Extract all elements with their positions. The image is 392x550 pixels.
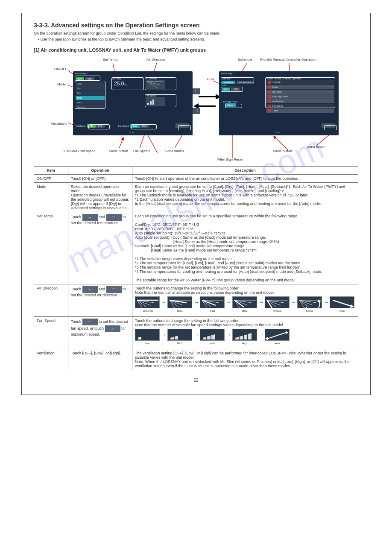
label-onoff: ON/OFF <box>54 67 67 71</box>
svg-marker-69 <box>211 334 215 339</box>
arrow-right-icon: → <box>324 299 329 305</box>
airdir-mid1-icon: Mid1 <box>167 296 192 308</box>
lossnay-fanspeed-label: Fan Speed <box>118 125 129 127</box>
basic-settings-panel: Admin Dept.1 ON OFF Cool Dry Fan Heat Au… <box>73 71 193 135</box>
svg-line-27 <box>137 300 151 305</box>
svg-marker-67 <box>203 337 206 339</box>
section-note: • Use the operation switches at the top … <box>38 37 358 41</box>
airdir-swing-icon: Swing <box>297 296 322 308</box>
svg-marker-76 <box>265 337 268 340</box>
table-row: Fan Speed Touch ﹀ to set the desired fan… <box>34 317 358 349</box>
chevron-down-icon: ﹀ <box>281 131 283 134</box>
svg-line-57 <box>299 300 313 305</box>
down-chevron-icon[interactable]: ﹀ <box>106 214 122 221</box>
svg-line-5 <box>119 138 123 148</box>
label-prohibit: Prohibit Remote Controller Operation <box>260 58 316 61</box>
svg-marker-68 <box>207 336 211 339</box>
panel-title-r: Admin Dept.1 <box>219 71 339 76</box>
prohibit-timer[interactable]: Timer <box>266 108 334 113</box>
section-title: 3-3-3. Advanced settings on the Operatio… <box>34 22 358 29</box>
nav-right-icon[interactable]: 〉 <box>193 88 200 94</box>
label-settemp: Set Temp. <box>103 58 118 61</box>
page-number: 62 <box>34 378 358 383</box>
airdir-vertical-icon: Vertical <box>265 296 290 308</box>
label-lossnayfanspeed: LOSSNAY fan speed <box>64 149 95 153</box>
svg-marker-75 <box>286 331 288 334</box>
label-vent: Ventilation <box>51 122 67 126</box>
fanspeed-high-icon: High <box>232 329 257 341</box>
svg-line-61 <box>333 300 351 306</box>
svg-marker-66 <box>175 336 178 339</box>
svg-marker-72 <box>244 334 247 339</box>
label-send-r: Send button <box>307 145 325 149</box>
svg-marker-73 <box>248 333 252 339</box>
close-button-r[interactable]: Close ﹀ <box>275 131 283 134</box>
airdir-mid2-icon: Mid2 <box>200 296 225 308</box>
svg-marker-70 <box>235 337 239 339</box>
svg-line-56 <box>299 300 316 303</box>
airdir-horizontal-icon: Horizontal <box>135 296 160 308</box>
svg-line-74 <box>268 333 286 339</box>
svg-marker-64 <box>138 337 141 339</box>
up-chevron-icon[interactable]: ︿ <box>82 214 98 221</box>
airdir-auto-icon: Auto <box>330 296 354 308</box>
screenshot-area: ON/OFF Mode Set Temp. Air Direction LOSS… <box>34 54 358 161</box>
advanced-settings-panel: Admin Dept.1 Schedule Available Not Avai… <box>219 71 339 135</box>
svg-line-13 <box>274 136 288 150</box>
svg-line-36 <box>170 300 187 303</box>
arrow-right-icon: → <box>194 332 199 338</box>
arrow-right-icon: → <box>291 299 296 305</box>
fanspeed-mid2-icon: Mid2 <box>167 329 192 341</box>
svg-marker-60 <box>317 299 321 302</box>
settings-table: Item Operation Description ON/OFF Touch … <box>34 166 358 370</box>
arrow-right-icon: → <box>226 332 231 338</box>
label-fanspeed: Fan Speed <box>133 149 149 153</box>
fan-speed-sequence: Low → Mid2 → Mid1 → High → Auto <box>135 329 290 341</box>
label-close-r: Close button <box>273 149 292 153</box>
arrow-right-icon: → <box>259 299 264 305</box>
label-close: Close button <box>109 149 128 153</box>
svg-marker-71 <box>240 336 243 339</box>
label-hold: Hold <box>207 77 214 81</box>
svg-rect-17 <box>199 105 216 107</box>
down-chevron-icon[interactable]: ﹀ <box>82 319 98 325</box>
arrow-right-icon: → <box>161 332 167 338</box>
svg-line-50 <box>267 300 284 303</box>
label-filterreset: Filter Sign Reset <box>217 158 243 161</box>
label-mode: Mode <box>57 82 66 86</box>
label-send: Send button <box>165 149 184 153</box>
nav-left-icon[interactable]: 〈 <box>193 108 200 114</box>
ventilation-label: Ventilation <box>76 125 85 127</box>
nav-left-small-icon[interactable]: 〈 <box>222 103 224 107</box>
airdir-mid3-icon: Mid3 <box>232 296 257 308</box>
arrow-right-icon: → <box>161 299 167 305</box>
fanspeed-mid1-icon: Mid1 <box>200 329 225 341</box>
close-button[interactable]: Close ﹀ <box>129 131 137 134</box>
table-row: Ventilation Touch [OFF], [Low], or [High… <box>34 349 358 370</box>
arrow-right-icon: → <box>194 299 199 305</box>
arrow-right-icon: → <box>226 299 231 305</box>
svg-marker-65 <box>170 337 174 339</box>
svg-line-42 <box>202 300 216 305</box>
up-chevron-icon[interactable]: ︿ <box>82 286 98 293</box>
table-row: Set Temp. Touch ︿ and ﹀ to set the desir… <box>34 212 358 284</box>
label-airdir: Air Direction <box>146 58 165 61</box>
table-row: Mode Select the desired operation mode. … <box>34 183 358 212</box>
panel-title: Admin Dept.1 <box>73 71 193 76</box>
table-row: ON/OFF Touch [ON] or [OFF]. Touch [ON] t… <box>34 175 358 183</box>
table-header-row: Item Operation Description <box>34 167 358 175</box>
svg-rect-15 <box>199 96 216 97</box>
section-desc: On the operation settings screen for gro… <box>34 31 358 35</box>
subsection-title: [1] Air conditioning unit, LOSSNAY unit,… <box>34 47 358 53</box>
label-schedule: Schedule <box>238 58 252 61</box>
air-direction-sequence: Horizontal → Mid1 → Mid2 → Mid3 → Vertic… <box>135 296 355 308</box>
arrow-right-icon: → <box>259 332 264 338</box>
table-row: Air Direction Touch ︿ and ﹀ to set the d… <box>34 284 358 317</box>
chevron-down-icon: ﹀ <box>135 131 137 134</box>
fanspeed-low-icon: Low <box>135 329 160 341</box>
down-chevron-icon[interactable]: ﹀ <box>106 286 122 293</box>
fanspeed-auto-icon: Auto <box>265 329 290 341</box>
up-chevron-icon[interactable]: ︿ <box>105 325 120 332</box>
